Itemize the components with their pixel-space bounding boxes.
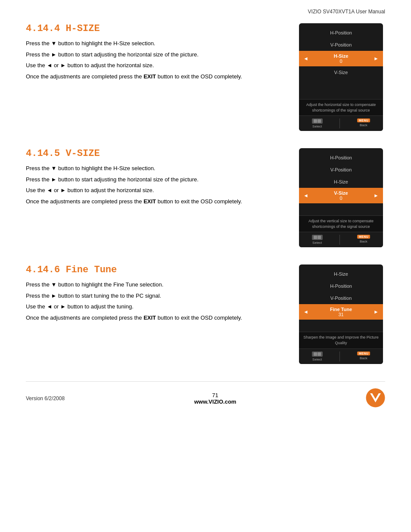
- osd-item-h-position: H-Position: [299, 27, 383, 39]
- osd-item-v-size-active: ◄ V-Size 0 ►: [299, 188, 383, 203]
- section-h-size: 4.14.4 H-SIZE Press the ▼ button to high…: [26, 23, 385, 131]
- osd-ft-right-arrow: ►: [374, 309, 379, 315]
- section-fine-tune-content: 4.14.6 Fine Tune Press the ▼ button to h…: [26, 264, 290, 364]
- section-v-size-title: 4.14.5 V-SIZE: [26, 148, 290, 159]
- osd-v-footer-back: MENU Back: [357, 235, 371, 245]
- fine-tune-p3: Use the ◄ or ► button to adjust the tuni…: [26, 302, 290, 311]
- menu-icon: MENU: [357, 118, 371, 122]
- osd-right-arrow: ►: [374, 56, 379, 62]
- section-v-size: 4.14.5 V-SIZE Press the ▼ button to high…: [26, 148, 385, 247]
- osd-v-right-arrow: ►: [374, 193, 379, 199]
- vizio-logo: [366, 388, 385, 409]
- osd-v-left-arrow: ◄: [303, 193, 308, 199]
- page-footer: Version 6/2/2008 71 www.VIZIO.com: [26, 381, 385, 409]
- osd-ft-h-position: H-Position: [299, 280, 383, 292]
- fine-tune-p1: Press the ▼ button to highlight the Fine…: [26, 280, 290, 289]
- osd-v-footer-select: Select: [312, 235, 323, 245]
- v-select-icon: [312, 235, 323, 240]
- manual-title: VIZIO SV470XVT1A User Manual: [308, 9, 385, 15]
- osd-v-v-position: V-Position: [299, 164, 383, 176]
- osd-v-h-position: H-Position: [299, 152, 383, 164]
- osd-desc-fine-tune: Sharpen the Image and Improve the Pictur…: [299, 332, 383, 348]
- osd-desc-h-size: Adjust the horizontal size to compensate…: [299, 99, 383, 115]
- v-size-p3: Use the ◄ or ► button to adjust the hori…: [26, 186, 290, 195]
- section-fine-tune: 4.14.6 Fine Tune Press the ▼ button to h…: [26, 264, 385, 364]
- osd-ft-footer-select: Select: [312, 352, 323, 361]
- select-icon: [312, 118, 323, 124]
- section-h-size-content: 4.14.4 H-SIZE Press the ▼ button to high…: [26, 23, 290, 131]
- v-menu-icon: MENU: [357, 235, 371, 239]
- osd-ft-v-position: V-Position: [299, 292, 383, 304]
- v-size-p4: Once the adjustments are completed press…: [26, 197, 290, 206]
- footer-url: www.VIZIO.com: [194, 398, 237, 405]
- osd-footer-h-size: Select MENU Back: [299, 115, 383, 131]
- fine-tune-p2: Press the ► button to start tuning the t…: [26, 292, 290, 300]
- section-fine-tune-image: H-Size H-Position V-Position ◄ Fine Tune…: [299, 264, 385, 364]
- section-v-size-image: H-Position V-Position H-Size ◄ V-Size 0 …: [299, 148, 385, 247]
- v-size-p2: Press the ► button to start adjusting th…: [26, 175, 290, 184]
- v-size-p1: Press the ▼ button to highlight the H-Si…: [26, 164, 290, 173]
- h-size-p2: Press the ► button to start adjusting th…: [26, 50, 290, 59]
- footer-page: 71: [194, 392, 237, 398]
- footer-center: 71 www.VIZIO.com: [194, 392, 237, 405]
- fine-tune-p4: Once the adjustments are completed press…: [26, 314, 290, 322]
- osd-ft-h-size: H-Size: [299, 268, 383, 280]
- osd-v-h-size: H-Size: [299, 176, 383, 188]
- section-v-size-content: 4.14.5 V-SIZE Press the ▼ button to high…: [26, 148, 290, 247]
- osd-desc-v-size: Adjust the vertical size to compensate s…: [299, 215, 383, 232]
- section-h-size-title: 4.14.4 H-SIZE: [26, 23, 290, 34]
- section-h-size-image: H-Position V-Position ◄ H-Size 0 ► V-Siz…: [299, 23, 385, 131]
- osd-item-h-size-active: ◄ H-Size 0 ►: [299, 51, 383, 66]
- osd-footer-back: MENU Back: [357, 118, 371, 128]
- section-fine-tune-title: 4.14.6 Fine Tune: [26, 264, 290, 275]
- osd-panel-h-size: H-Position V-Position ◄ H-Size 0 ► V-Siz…: [299, 23, 383, 131]
- osd-footer-select: Select: [312, 118, 323, 128]
- osd-item-v-position: V-Position: [299, 39, 383, 51]
- ft-menu-icon: MENU: [357, 352, 371, 355]
- osd-item-fine-tune-active: ◄ Fine Tune 31 ►: [299, 304, 383, 320]
- osd-ft-left-arrow: ◄: [303, 309, 308, 315]
- osd-item-v-size: V-Size: [299, 66, 383, 78]
- svg-point-0: [366, 388, 385, 407]
- osd-left-arrow: ◄: [303, 56, 308, 62]
- footer-version: Version 6/2/2008: [26, 395, 65, 401]
- osd-footer-v-size: Select MENU Back: [299, 232, 383, 247]
- page-header: VIZIO SV470XVT1A User Manual: [26, 9, 385, 15]
- h-size-p3: Use the ◄ or ► button to adjust the hori…: [26, 61, 290, 70]
- ft-select-icon: [312, 352, 323, 357]
- osd-panel-v-size: H-Position V-Position H-Size ◄ V-Size 0 …: [299, 148, 383, 247]
- osd-panel-fine-tune: H-Size H-Position V-Position ◄ Fine Tune…: [299, 264, 383, 364]
- h-size-p1: Press the ▼ button to highlight the H-Si…: [26, 39, 290, 48]
- osd-footer-fine-tune: Select MENU Back: [299, 348, 383, 364]
- osd-ft-footer-back: MENU Back: [357, 352, 371, 361]
- h-size-p4: Once the adjustments are completed press…: [26, 72, 290, 81]
